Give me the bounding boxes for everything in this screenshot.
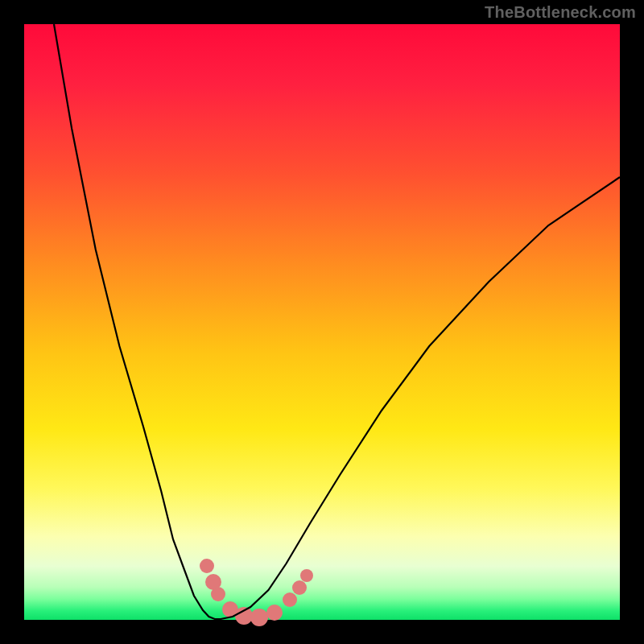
watermark-text: TheBottleneck.com: [485, 3, 636, 22]
highlight-marker: [250, 609, 268, 626]
highlight-marker: [300, 569, 313, 582]
chart-frame: TheBottleneck.com: [0, 0, 644, 644]
plot-canvas: [0, 0, 644, 644]
highlight-marker: [266, 605, 283, 621]
highlight-marker: [292, 580, 307, 595]
highlight-marker: [211, 587, 225, 601]
highlight-marker: [200, 559, 214, 573]
highlight-marker: [283, 592, 297, 607]
